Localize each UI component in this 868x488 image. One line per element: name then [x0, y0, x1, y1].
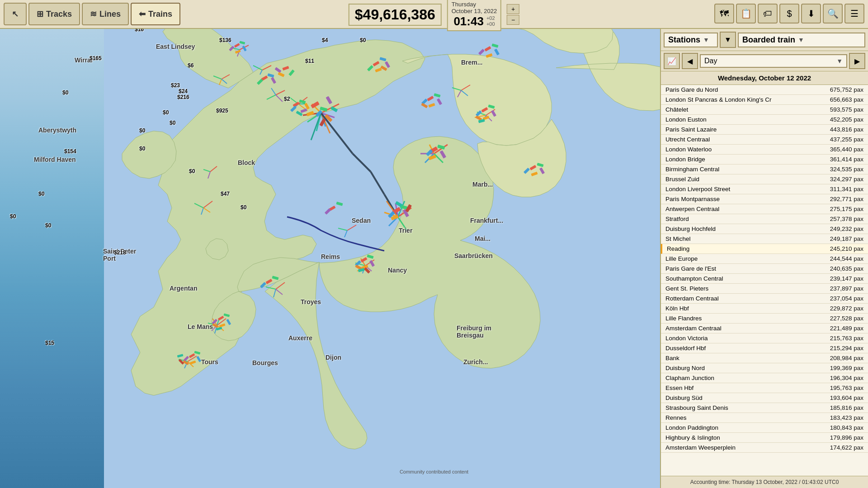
price-47: $47: [221, 191, 230, 197]
svg-line-40: [237, 50, 240, 56]
panel-next-button[interactable]: ▶: [849, 53, 865, 69]
station-row[interactable]: Lille Flandres227,528 pax: [661, 314, 868, 324]
station-row[interactable]: Duisburg Nord199,369 pax: [661, 363, 868, 373]
aberystwyth-label: Aberystwyth: [38, 127, 76, 134]
station-value: 185,816 pax: [830, 404, 863, 411]
station-row[interactable]: Dusseldorf Hbf215,294 pax: [661, 343, 868, 353]
station-row[interactable]: Amsterdam Weesperplein174,622 pax: [661, 443, 868, 453]
station-name: Antwerpen Centraal: [665, 206, 826, 212]
station-row[interactable]: London St Pancras & London King's Cr656,…: [661, 95, 868, 105]
nancy-label: Nancy: [388, 267, 407, 274]
speed-controls: + −: [507, 4, 519, 25]
station-row[interactable]: Clapham Junction196,304 pax: [661, 373, 868, 383]
speed-up-button[interactable]: +: [507, 4, 519, 14]
station-row[interactable]: London Liverpool Street311,341 pax: [661, 184, 868, 194]
svg-rect-88: [326, 96, 333, 104]
svg-rect-99: [405, 204, 412, 212]
svg-rect-154: [212, 323, 218, 328]
svg-line-64: [179, 359, 188, 361]
tracks-icon: ⊞: [37, 9, 43, 19]
svg-line-3: [321, 113, 326, 127]
station-row[interactable]: Duisburg Hochfeld249,232 pax: [661, 224, 868, 234]
station-value: 239,147 pax: [830, 275, 863, 282]
panel-prev-button[interactable]: ◀: [682, 53, 698, 69]
svg-rect-171: [427, 96, 434, 101]
station-row[interactable]: Köln Hbf229,872 pax: [661, 304, 868, 314]
svg-rect-118: [296, 111, 302, 116]
tag-icon-button[interactable]: 🏷: [758, 4, 778, 23]
svg-rect-177: [234, 43, 240, 47]
svg-rect-92: [325, 114, 333, 122]
station-row[interactable]: Duisburg Süd193,604 pax: [661, 393, 868, 403]
station-row[interactable]: London Victoria215,763 pax: [661, 333, 868, 343]
price-0-sw3: $0: [45, 222, 51, 229]
station-row[interactable]: Rennes183,423 pax: [661, 413, 868, 423]
station-row[interactable]: Utrecht Centraal437,255 pax: [661, 135, 868, 145]
speed-down-button[interactable]: −: [507, 15, 519, 25]
menu-icon-button[interactable]: ☰: [844, 4, 864, 23]
cursor-button[interactable]: ↖: [4, 3, 27, 25]
station-row[interactable]: Birmingham Central324,535 pax: [661, 164, 868, 174]
station-row[interactable]: Stratford257,378 pax: [661, 214, 868, 224]
svg-rect-140: [260, 282, 266, 288]
search-icon-button[interactable]: 🔍: [823, 4, 843, 23]
svg-line-52: [276, 282, 285, 289]
station-row[interactable]: Rotterdam Centraal237,054 pax: [661, 294, 868, 304]
svg-rect-173: [421, 99, 428, 105]
period-dropdown[interactable]: Day ▼: [700, 54, 847, 68]
station-name: Paris Gare de l'Est: [665, 265, 826, 272]
svg-rect-127: [478, 49, 485, 55]
station-row[interactable]: London Paddington180,843 pax: [661, 423, 868, 433]
station-row[interactable]: St Michel249,187 pax: [661, 234, 868, 244]
price-0-sw2: $0: [10, 213, 16, 220]
station-value: 237,897 pax: [830, 285, 863, 292]
lines-button[interactable]: ≋ Lines: [82, 3, 129, 25]
station-row[interactable]: London Waterloo365,440 pax: [661, 145, 868, 155]
stations-dropdown[interactable]: Stations ▼: [664, 33, 718, 47]
money-icon-button[interactable]: $: [779, 4, 799, 23]
time-display: 01:43: [453, 14, 484, 28]
station-list[interactable]: Paris Gare du Nord675,752 paxLondon St P…: [661, 85, 868, 476]
station-row[interactable]: Paris Gare de l'Est240,635 pax: [661, 264, 868, 274]
map-icon-button[interactable]: 🗺: [714, 4, 734, 23]
station-row[interactable]: Amsterdam Centraal221,489 pax: [661, 324, 868, 333]
station-row[interactable]: Paris Saint Lazaire443,816 pax: [661, 125, 868, 135]
tracks-button[interactable]: ⊞ Tracks: [28, 3, 80, 25]
station-row[interactable]: Bank208,984 pax: [661, 353, 868, 363]
station-row[interactable]: Southampton Central239,147 pax: [661, 274, 868, 284]
station-row[interactable]: Reading245,210 pax: [661, 244, 868, 254]
station-row[interactable]: Brussel Zuid324,297 pax: [661, 174, 868, 184]
station-name: Paris Montparnasse: [665, 196, 826, 202]
svg-rect-107: [288, 70, 295, 76]
svg-rect-126: [491, 43, 498, 47]
station-row[interactable]: Paris Gare du Nord675,752 pax: [661, 85, 868, 95]
station-row[interactable]: Essen Hbf195,763 pax: [661, 383, 868, 393]
station-row[interactable]: Antwerpen Centraal275,175 pax: [661, 204, 868, 214]
station-row[interactable]: Highbury & Islington179,896 pax: [661, 433, 868, 443]
station-row[interactable]: Paris Montparnasse292,771 pax: [661, 194, 868, 204]
svg-rect-151: [212, 319, 217, 325]
svg-line-33: [298, 104, 307, 111]
station-row[interactable]: Lille Europe244,544 pax: [661, 254, 868, 264]
svg-line-7: [321, 113, 330, 133]
download-icon-button[interactable]: ⬇: [801, 4, 821, 23]
station-row[interactable]: London Bridge361,414 pax: [661, 155, 868, 164]
station-value: 215,763 pax: [830, 335, 863, 342]
panel-filter-button[interactable]: ▼: [720, 32, 736, 48]
station-value: 180,843 pax: [830, 424, 863, 431]
money-display: $49,616,386: [349, 4, 442, 26]
trains-button[interactable]: ⬅ Trains: [131, 3, 180, 25]
reims-label: Reims: [321, 253, 340, 260]
station-row[interactable]: London Euston452,205 pax: [661, 115, 868, 125]
svg-line-47: [208, 172, 210, 178]
station-row[interactable]: Strasbourg Saint Denis185,816 pax: [661, 403, 868, 413]
station-row[interactable]: Gent St. Pieters237,897 pax: [661, 284, 868, 294]
station-name: London Paddington: [665, 424, 826, 431]
svg-rect-160: [361, 265, 368, 269]
list-icon-button[interactable]: 📋: [736, 4, 756, 23]
chart-icon-button[interactable]: 📈: [664, 53, 680, 69]
svg-line-67: [365, 260, 374, 266]
station-row[interactable]: Châtelet593,575 pax: [661, 105, 868, 115]
boarded-dropdown[interactable]: Boarded train ▼: [738, 33, 865, 47]
svg-line-44: [203, 208, 210, 212]
